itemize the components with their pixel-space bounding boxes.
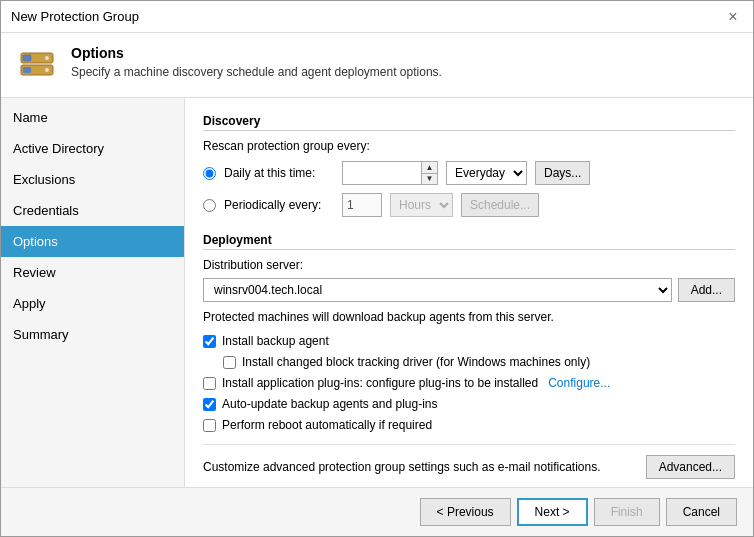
days-button[interactable]: Days... <box>535 161 590 185</box>
perform-reboot-checkbox[interactable] <box>203 419 216 432</box>
perform-reboot-row: Perform reboot automatically if required <box>203 418 735 432</box>
install-cbt-row: Install changed block tracking driver (f… <box>223 355 735 369</box>
server-info-text: Protected machines will download backup … <box>203 310 735 324</box>
header-icon <box>17 45 57 85</box>
hours-select[interactable]: Hours <box>390 193 453 217</box>
auto-update-row: Auto-update backup agents and plug-ins <box>203 397 735 411</box>
sidebar-item-active-directory[interactable]: Active Directory <box>1 133 184 164</box>
time-down-arrow[interactable]: ▼ <box>422 174 437 185</box>
periodic-radio[interactable] <box>203 199 216 212</box>
rescan-label: Rescan protection group every: <box>203 139 735 153</box>
daily-radio[interactable] <box>203 167 216 180</box>
daily-label[interactable]: Daily at this time: <box>224 166 334 180</box>
sidebar: Name Active Directory Exclusions Credent… <box>1 98 185 487</box>
next-button[interactable]: Next > <box>517 498 588 526</box>
install-backup-agent-row: Install backup agent <box>203 334 735 348</box>
periodic-value-input[interactable] <box>342 193 382 217</box>
distribution-label: Distribution server: <box>203 258 735 272</box>
advanced-text: Customize advanced protection group sett… <box>203 460 601 474</box>
add-server-button[interactable]: Add... <box>678 278 735 302</box>
svg-point-5 <box>45 56 49 60</box>
body: Name Active Directory Exclusions Credent… <box>1 98 753 487</box>
daily-radio-row: Daily at this time: 9:00 PM ▲ ▼ Everyday… <box>203 161 735 185</box>
install-app-plugins-checkbox[interactable] <box>203 377 216 390</box>
svg-rect-1 <box>23 55 31 61</box>
distribution-row: winsrv004.tech.local Add... <box>203 278 735 302</box>
header-text: Options Specify a machine discovery sche… <box>71 45 442 79</box>
header-description: Specify a machine discovery schedule and… <box>71 65 442 79</box>
schedule-button[interactable]: Schedule... <box>461 193 539 217</box>
discovery-section: Discovery Rescan protection group every:… <box>203 114 735 217</box>
title-bar: New Protection Group × <box>1 1 753 33</box>
sidebar-item-credentials[interactable]: Credentials <box>1 195 184 226</box>
install-backup-agent-checkbox[interactable] <box>203 335 216 348</box>
install-backup-agent-label[interactable]: Install backup agent <box>222 334 329 348</box>
everyday-select[interactable]: Everyday <box>446 161 527 185</box>
deployment-section-title: Deployment <box>203 233 735 250</box>
periodic-radio-row: Periodically every: Hours Schedule... <box>203 193 735 217</box>
install-app-plugins-label[interactable]: Install application plug-ins: configure … <box>222 376 538 390</box>
install-app-plugins-row: Install application plug-ins: configure … <box>203 376 735 390</box>
footer: < Previous Next > Finish Cancel <box>1 487 753 536</box>
time-spinner: 9:00 PM ▲ ▼ <box>342 161 438 185</box>
header-title: Options <box>71 45 442 61</box>
time-spinner-arrows: ▲ ▼ <box>422 161 438 185</box>
time-up-arrow[interactable]: ▲ <box>422 162 437 174</box>
time-input[interactable]: 9:00 PM <box>342 161 422 185</box>
close-button[interactable]: × <box>723 7 743 27</box>
dialog: New Protection Group × Options Specify a… <box>0 0 754 537</box>
advanced-row: Customize advanced protection group sett… <box>203 444 735 487</box>
install-cbt-checkbox[interactable] <box>223 356 236 369</box>
sidebar-item-options[interactable]: Options <box>1 226 184 257</box>
deployment-section: Deployment Distribution server: winsrv00… <box>203 233 735 432</box>
sidebar-item-name[interactable]: Name <box>1 102 184 133</box>
svg-point-6 <box>45 68 49 72</box>
advanced-button[interactable]: Advanced... <box>646 455 735 479</box>
sidebar-item-review[interactable]: Review <box>1 257 184 288</box>
perform-reboot-label[interactable]: Perform reboot automatically if required <box>222 418 432 432</box>
auto-update-checkbox[interactable] <box>203 398 216 411</box>
header-section: Options Specify a machine discovery sche… <box>1 33 753 98</box>
install-cbt-label[interactable]: Install changed block tracking driver (f… <box>242 355 590 369</box>
auto-update-label[interactable]: Auto-update backup agents and plug-ins <box>222 397 438 411</box>
distribution-server-select[interactable]: winsrv004.tech.local <box>203 278 672 302</box>
sidebar-item-exclusions[interactable]: Exclusions <box>1 164 184 195</box>
content-area: Discovery Rescan protection group every:… <box>185 98 753 487</box>
sidebar-item-summary[interactable]: Summary <box>1 319 184 350</box>
previous-button[interactable]: < Previous <box>420 498 511 526</box>
sidebar-item-apply[interactable]: Apply <box>1 288 184 319</box>
discovery-section-title: Discovery <box>203 114 735 131</box>
dialog-title: New Protection Group <box>11 9 139 24</box>
svg-rect-4 <box>23 67 31 73</box>
periodic-label[interactable]: Periodically every: <box>224 198 334 212</box>
cancel-button[interactable]: Cancel <box>666 498 737 526</box>
finish-button[interactable]: Finish <box>594 498 660 526</box>
configure-link[interactable]: Configure... <box>548 376 610 390</box>
